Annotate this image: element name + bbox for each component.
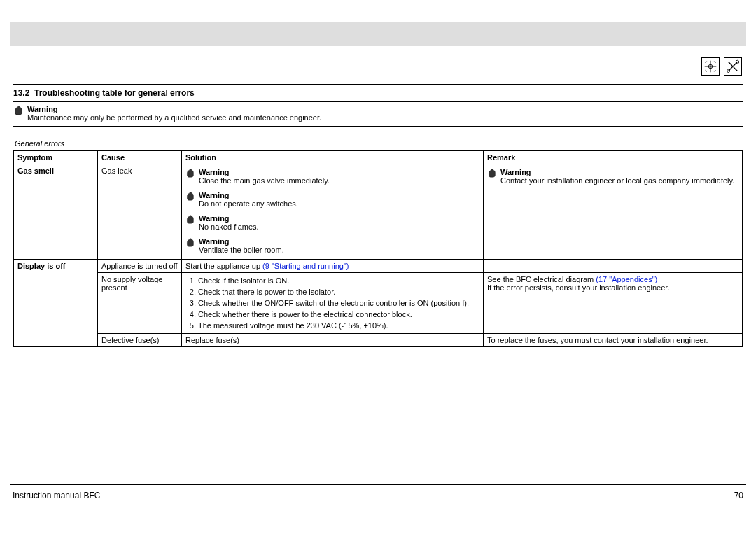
tools-icon (724, 57, 742, 76)
footer: Instruction manual BFC 70 (10, 484, 746, 500)
section: 13.2 Troubleshooting table for general e… (10, 84, 746, 347)
hand-icon (186, 192, 195, 201)
header-bar (10, 22, 746, 46)
solution-cell: WarningClose the main gas valve immediat… (182, 164, 484, 260)
solution-cell: Start the appliance up (9 "Starting and … (182, 260, 484, 273)
cause-cell: No supply voltage present (98, 273, 182, 334)
remark-cell (484, 260, 743, 273)
hand-icon (186, 238, 195, 247)
row-display-off-1: Display is off Appliance is turned off S… (14, 260, 743, 273)
remark-cell: See the BFC electrical diagram (17 "Appe… (484, 273, 743, 334)
row-display-off-3: Defective fuse(s) Replace fuse(s) To rep… (14, 334, 743, 347)
errors-table: Symptom Cause Solution Remark Gas smell … (13, 150, 743, 347)
symptom-cell: Gas smell (14, 164, 98, 260)
solution-cell: Replace fuse(s) (182, 334, 484, 347)
hand-icon (186, 169, 195, 178)
page-number: 70 (734, 491, 743, 500)
hand-icon (487, 169, 496, 178)
solution-cell: Check if the isolator is ON. Check that … (182, 273, 484, 334)
warning-text: Maintenance may only be performed by a q… (27, 113, 321, 122)
warning-label: Warning (27, 105, 321, 113)
row-display-off-2: No supply voltage present Check if the i… (14, 273, 743, 334)
xref-starting-running[interactable]: (9 "Starting and running") (262, 262, 349, 270)
row-gas-smell: Gas smell Gas leak WarningClose the main… (14, 164, 743, 260)
corner-icon-group (701, 57, 742, 76)
remark-cell: WarningContact your installation enginee… (484, 164, 743, 260)
xref-appendices[interactable]: (17 "Appendices") (596, 275, 657, 283)
list-item: The measured voltage must be 230 VAC (-1… (198, 320, 479, 331)
footer-title: Instruction manual BFC (13, 491, 100, 500)
warning-block: Warning Maintenance may only be performe… (13, 102, 743, 127)
th-symptom: Symptom (14, 151, 98, 164)
section-title: Troubleshooting table for general errors (34, 88, 195, 98)
cause-cell: Gas leak (98, 164, 182, 260)
symptom-cell: Display is off (14, 260, 98, 347)
valve-icon (701, 57, 720, 76)
remark-cell: To replace the fuses, you must contact y… (484, 334, 743, 347)
section-number: 13.2 (13, 88, 29, 98)
cause-cell: Appliance is turned off (98, 260, 182, 273)
list-item: Check if the isolator is ON. (198, 275, 479, 286)
table-header-row: Symptom Cause Solution Remark (14, 151, 743, 164)
th-cause: Cause (98, 151, 182, 164)
section-heading: 13.2 Troubleshooting table for general e… (13, 84, 743, 102)
cause-cell: Defective fuse(s) (98, 334, 182, 347)
list-item: Check whether there is power to the elec… (198, 309, 479, 320)
th-remark: Remark (484, 151, 743, 164)
hand-icon (13, 106, 23, 115)
th-solution: Solution (182, 151, 484, 164)
hand-icon (186, 215, 195, 224)
page: 13.2 Troubleshooting table for general e… (0, 0, 756, 534)
list-item: Check whether the ON/OFF switch of the e… (198, 297, 479, 309)
table-caption: General errors (15, 139, 743, 148)
list-item: Check that there is power to the isolato… (198, 286, 479, 297)
